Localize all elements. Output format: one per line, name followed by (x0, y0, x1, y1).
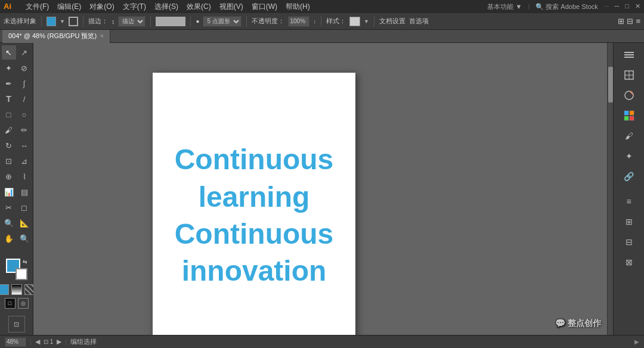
nav-forward[interactable]: ▶ (57, 338, 61, 346)
window-minimize[interactable]: ─ (615, 2, 620, 11)
shear-tool[interactable]: ⊿ (17, 154, 32, 168)
swatches-panel-icon[interactable] (620, 106, 639, 125)
tab-title: 004* @ 48% (RGB/GPU 预览) (8, 32, 97, 41)
text-line-1: Continuous (175, 141, 334, 178)
fill-color-swatch[interactable] (47, 17, 56, 26)
document-tab[interactable]: 004* @ 48% (RGB/GPU 预览) × (2, 30, 110, 43)
divider-2 (83, 16, 83, 27)
eyedropper-tool[interactable]: 🔍 (2, 216, 16, 230)
text-tool[interactable]: T (2, 92, 16, 106)
status-left: | ◀ ⊡ 1 ▶ | 编组选择 (5, 337, 97, 347)
tab-close-button[interactable]: × (100, 33, 104, 39)
width-tool[interactable]: ⊕ (2, 169, 16, 184)
column-graph-tool[interactable]: ▤ (17, 185, 32, 199)
doc-settings-button[interactable]: 文档设置 (379, 17, 405, 26)
arrange-icon[interactable]: ⊞ (618, 17, 624, 26)
color-panel-icon[interactable] (620, 86, 639, 105)
scissors-tool[interactable]: ✂ (2, 200, 16, 215)
menu-edit[interactable]: 编辑(E) (57, 2, 81, 12)
divider-3 (150, 16, 151, 27)
menu-window[interactable]: 窗口(W) (252, 2, 277, 12)
svg-rect-9 (624, 116, 628, 120)
shape-select[interactable]: 5 点圆形 (203, 16, 242, 27)
rect-tool[interactable]: □ (2, 107, 16, 122)
tool-row-4: T / (2, 92, 32, 106)
symbols-panel-icon[interactable]: ✦ (620, 147, 639, 166)
direct-select-tool[interactable]: ↗ (17, 45, 32, 60)
border-control[interactable]: ↕ (112, 18, 115, 25)
artboard-icon[interactable]: ⊡ (8, 316, 25, 333)
line-tool[interactable]: / (17, 92, 32, 106)
selection-button[interactable]: 首选项 (409, 17, 429, 26)
background-color[interactable] (16, 268, 27, 280)
divider-5 (246, 16, 247, 27)
tool-row-6: 🖌 ✏ (2, 123, 32, 137)
artboard-panel-icon[interactable] (620, 66, 639, 85)
graph-tool[interactable]: 📊 (2, 185, 16, 199)
scale-tool[interactable]: ⊡ (2, 154, 16, 168)
menu-view[interactable]: 视图(V) (219, 2, 243, 12)
tool-row-7: ↻ ↔ (2, 138, 32, 153)
fill-arrow[interactable]: ▼ (60, 18, 65, 24)
align-panel-icon[interactable]: ⊟ (620, 232, 639, 251)
tool-row-1: ↖ ↗ (2, 45, 32, 60)
canvas-area[interactable]: Continuous learning Continuous innovatio… (33, 43, 607, 335)
warp-tool[interactable]: ⌇ (17, 169, 32, 184)
lasso-tool[interactable]: ⊘ (17, 61, 32, 75)
opacity-input[interactable] (288, 16, 309, 27)
text-line-2: learning (199, 179, 310, 216)
watermark-icon: 💬 (555, 318, 565, 328)
divider-status: | (30, 338, 32, 346)
style-swatch[interactable] (349, 17, 360, 26)
draw-mode-icon[interactable]: ◎ (18, 298, 29, 309)
menu-object[interactable]: 对象(O) (89, 2, 114, 12)
workspace-menu[interactable]: 基本功能 ▼ (487, 2, 522, 11)
window-maximize[interactable]: □ (625, 2, 629, 11)
zoom-tool[interactable]: 🔍 (17, 231, 32, 246)
curvature-tool[interactable]: ∫ (17, 76, 32, 91)
left-tools-panel: ↖ ↗ ✦ ⊘ ✒ ∫ T / □ ○ 🖌 ✏ ↻ ↔ ⊡ ⊿ (0, 43, 33, 335)
menu-file[interactable]: 文件(F) (26, 2, 49, 12)
pencil-tool[interactable]: ✏ (17, 123, 32, 137)
links-panel-icon[interactable]: 🔗 (620, 167, 639, 186)
screen-mode-icon[interactable]: □ (5, 298, 16, 309)
pen-tool[interactable]: ✒ (2, 76, 16, 91)
menu-icon[interactable]: ≡ (636, 17, 640, 26)
properties-panel-icon[interactable]: ≡ (620, 192, 639, 211)
transform-panel-icon[interactable]: ⊞ (620, 212, 639, 231)
border-select[interactable]: 描边 (118, 16, 145, 27)
rotate-tool[interactable]: ↻ (2, 138, 16, 153)
color-icon[interactable] (0, 284, 9, 295)
panel-icon[interactable]: ⊟ (627, 17, 633, 26)
vertical-scrollbar[interactable] (607, 43, 613, 335)
measure-tool[interactable]: 📐 (17, 216, 32, 230)
ellipse-tool[interactable]: ○ (17, 107, 32, 122)
gradient-icon[interactable] (11, 284, 22, 295)
style-label: 样式： (326, 17, 346, 26)
pathfinder-panel-icon[interactable]: ⊠ (620, 253, 639, 272)
nav-back[interactable]: ◀ (35, 338, 40, 346)
text-line-4: innovation (182, 253, 327, 290)
magic-wand-tool[interactable]: ✦ (2, 61, 16, 75)
tool-row-2: ✦ ⊘ (2, 61, 32, 75)
brush-panel-icon[interactable]: 🖌 (620, 126, 639, 145)
zoom-input[interactable] (5, 337, 26, 347)
swap-colors-icon[interactable]: ⇆ (23, 259, 27, 265)
menu-effect[interactable]: 效果(C) (187, 2, 211, 12)
paintbrush-tool[interactable]: 🖌 (2, 123, 16, 137)
select-tool[interactable]: ↖ (2, 45, 16, 60)
window-close[interactable]: ✕ (635, 2, 640, 11)
scrollbar-thumb[interactable] (608, 67, 613, 102)
menu-text[interactable]: 文字(T) (123, 2, 146, 12)
search-stock[interactable]: 🔍 搜索 Adobe Stock (535, 2, 598, 11)
menu-help[interactable]: 帮助(H) (286, 2, 310, 12)
eraser-tool[interactable]: ◻ (17, 200, 32, 215)
layers-panel-icon[interactable] (620, 45, 639, 64)
reflect-tool[interactable]: ↔ (17, 138, 32, 153)
opacity-stepper[interactable]: ↕ (313, 18, 316, 24)
style-arrow[interactable]: ▼ (364, 18, 369, 24)
hand-tool[interactable]: ✋ (2, 231, 16, 246)
divider-6 (321, 16, 321, 27)
stroke-color-swatch[interactable] (69, 17, 78, 26)
menu-select[interactable]: 选择(S) (154, 2, 178, 12)
